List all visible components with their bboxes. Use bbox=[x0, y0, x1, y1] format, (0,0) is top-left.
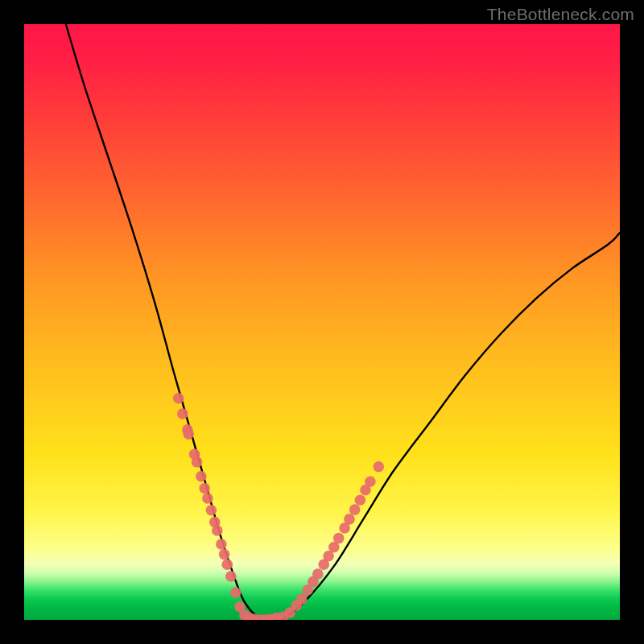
highlight-dot bbox=[212, 525, 223, 536]
highlight-dot bbox=[225, 571, 237, 582]
highlight-dots-left bbox=[173, 393, 275, 620]
highlight-dot bbox=[199, 483, 210, 494]
highlight-dot bbox=[296, 593, 308, 605]
highlight-dot bbox=[344, 514, 355, 525]
highlight-dot bbox=[349, 504, 361, 515]
highlight-dot bbox=[374, 461, 385, 473]
highlight-dot bbox=[365, 477, 376, 488]
highlight-dot bbox=[192, 456, 203, 468]
highlight-dot bbox=[216, 539, 227, 550]
highlight-dot bbox=[230, 587, 242, 598]
highlight-dot bbox=[177, 408, 188, 419]
highlight-dot bbox=[312, 568, 324, 580]
chart-frame: TheBottleneck.com bbox=[0, 0, 644, 644]
highlight-dot bbox=[222, 559, 233, 570]
highlight-dots-right bbox=[270, 461, 384, 620]
highlight-dot bbox=[183, 428, 194, 440]
highlight-dot bbox=[333, 533, 345, 544]
curve-layer bbox=[24, 24, 620, 620]
highlight-dot bbox=[219, 549, 230, 560]
highlight-dot bbox=[202, 493, 213, 504]
watermark-text: TheBottleneck.com bbox=[487, 5, 634, 24]
highlight-dot bbox=[355, 495, 366, 506]
highlight-dot bbox=[173, 393, 184, 404]
highlight-dot bbox=[196, 471, 207, 482]
plot-area bbox=[24, 24, 620, 620]
highlight-dot bbox=[206, 505, 217, 516]
